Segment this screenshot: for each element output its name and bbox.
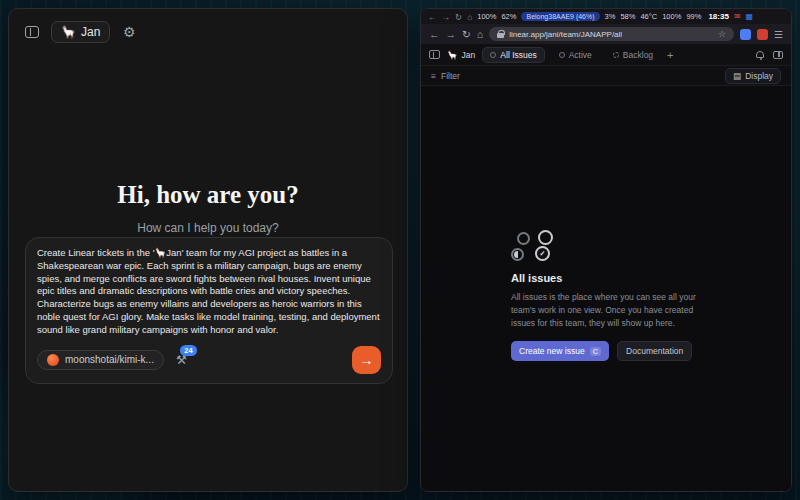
tab-active-label: Active [569, 50, 592, 60]
todo-circle-icon [517, 232, 530, 245]
prompt-input-card[interactable]: Create Linear tickets in the '🦙Jan' team… [25, 237, 393, 384]
status-forward-icon[interactable]: → [442, 12, 451, 22]
all-issues-circle-icon [490, 52, 496, 58]
battery2-indicator: 99% [686, 12, 701, 21]
tab-all-issues-label: All Issues [500, 50, 536, 60]
backlog-circle-icon [613, 52, 619, 58]
tab-backlog-label: Backlog [623, 50, 653, 60]
disk-indicator: 100% [662, 12, 681, 21]
url-text: linear.app/jani/team/JANAPP/all [509, 30, 622, 39]
cpu-indicator: 3% [605, 12, 616, 21]
status-home-icon[interactable]: ⌂ [467, 12, 472, 22]
settings-button[interactable]: ⚙ [118, 21, 140, 43]
chat-top-bar: 🦙 Jan ⚙ [9, 9, 407, 43]
gear-icon: ⚙ [123, 24, 136, 40]
prompt-textarea[interactable]: Create Linear tickets in the '🦙Jan' team… [37, 247, 381, 337]
bookmark-star-icon[interactable]: ☆ [718, 29, 726, 39]
greeting-title: Hi, how are you? [9, 181, 407, 209]
documentation-button[interactable]: Documentation [617, 341, 692, 361]
linear-sidebar-toggle-icon[interactable] [429, 50, 440, 59]
browser-window: ← → ↻ ⌂ 100% 62% Belong38AAE9 (46%) 3% 5… [420, 8, 792, 492]
in-progress-circle-icon [511, 248, 524, 261]
extension-icon-red[interactable] [757, 29, 768, 40]
create-new-issue-button[interactable]: Create new issue C [511, 341, 609, 361]
model-selector[interactable]: moonshotai/kimi-k... [37, 350, 164, 370]
linear-workspace-label: Jan [462, 50, 476, 60]
done-check-icon: ✓ [535, 246, 550, 261]
greeting-block: Hi, how are you? How can I help you toda… [9, 181, 407, 235]
browser-toolbar: ← → ↻ ⌂ linear.app/jani/team/JANAPP/all … [421, 24, 791, 44]
tools-button[interactable]: ⚒ 24 [176, 353, 187, 367]
notifications-bell-icon[interactable] [756, 51, 764, 58]
battery-indicator: 100% [477, 12, 496, 21]
tools-count-badge: 24 [180, 345, 196, 356]
send-arrow-icon: → [360, 352, 374, 368]
linear-filter-bar: ≡ Filter ▤ Display [421, 65, 791, 86]
shortcut-key-badge: C [590, 347, 601, 356]
tab-backlog[interactable]: Backlog [606, 48, 660, 62]
volume-indicator: 62% [501, 12, 516, 21]
status-icons-illustration: ✓ [511, 232, 701, 264]
llama-emoji-icon: 🦙 [447, 50, 458, 60]
lock-icon [497, 33, 504, 38]
memory-indicator: 58% [620, 12, 635, 21]
linear-header: 🦙 Jan All Issues Active Backlog + [421, 44, 791, 65]
send-button[interactable]: → [352, 346, 381, 374]
status-reload-icon[interactable]: ↻ [455, 12, 462, 22]
mail-icon[interactable]: ✉ [734, 12, 741, 21]
documentation-label: Documentation [626, 346, 683, 356]
moonshot-model-icon [47, 354, 59, 366]
new-view-button[interactable]: + [667, 49, 673, 61]
active-circle-icon [559, 52, 565, 58]
filter-label: Filter [441, 71, 460, 81]
extension-icon-blue[interactable] [740, 29, 751, 40]
sidebar-icon [25, 26, 39, 38]
network-indicator: Belong38AAE9 (46%) [521, 12, 599, 21]
reload-button[interactable]: ↻ [462, 28, 471, 40]
apps-grid-icon[interactable]: ▦ [746, 12, 754, 21]
workspace-label: Jan [81, 25, 100, 39]
forward-button[interactable]: → [446, 28, 457, 40]
clock: 18:35 [708, 12, 728, 21]
linear-workspace[interactable]: 🦙 Jan [447, 50, 475, 60]
display-button[interactable]: ▤ Display [725, 68, 781, 84]
backlog-ring-icon [538, 230, 553, 245]
workspace-selector[interactable]: 🦙 Jan [51, 21, 110, 43]
model-label: moonshotai/kimi-k... [65, 354, 154, 365]
temperature-indicator: 46°C [640, 12, 657, 21]
greeting-subtitle: How can I help you today? [9, 221, 407, 235]
side-panel-toggle-icon[interactable] [773, 51, 783, 59]
create-new-issue-label: Create new issue [519, 346, 585, 356]
home-button[interactable]: ⌂ [477, 28, 483, 40]
filter-icon: ≡ [431, 71, 436, 81]
display-icon: ▤ [733, 71, 741, 81]
display-label: Display [745, 71, 773, 81]
sidebar-toggle-button[interactable] [21, 21, 43, 43]
empty-state-buttons: Create new issue C Documentation [511, 341, 701, 361]
empty-state-description: All issues is the place where you can se… [511, 291, 701, 329]
all-issues-empty-state: ✓ All issues All issues is the place whe… [511, 232, 701, 361]
empty-state-title: All issues [511, 272, 701, 284]
jan-app-window: 🦙 Jan ⚙ Hi, how are you? How can I help … [8, 8, 408, 492]
linear-main-content: ✓ All issues All issues is the place whe… [421, 86, 791, 491]
browser-menu-icon[interactable]: ☰ [774, 29, 783, 40]
address-bar[interactable]: linear.app/jani/team/JANAPP/all ☆ [489, 27, 734, 41]
composer-controls: moonshotai/kimi-k... ⚒ 24 → [37, 346, 381, 374]
back-button[interactable]: ← [429, 28, 440, 40]
system-status-bar: ← → ↻ ⌂ 100% 62% Belong38AAE9 (46%) 3% 5… [421, 9, 791, 24]
status-back-icon[interactable]: ← [428, 12, 437, 22]
llama-emoji-icon: 🦙 [61, 25, 76, 39]
tab-active[interactable]: Active [552, 48, 599, 62]
linear-header-actions [756, 51, 783, 59]
tab-all-issues[interactable]: All Issues [482, 47, 544, 63]
filter-button[interactable]: ≡ Filter [431, 71, 460, 81]
